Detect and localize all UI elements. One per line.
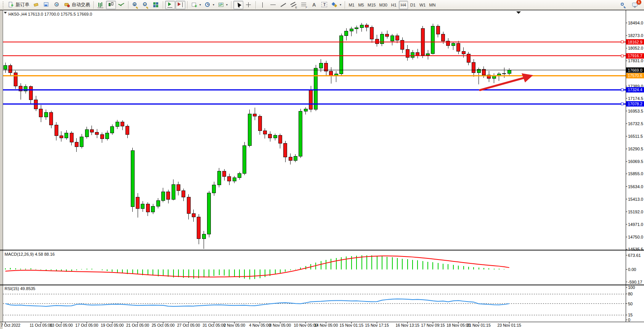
tf-m30-button[interactable]: M30 bbox=[377, 1, 389, 9]
candle-body bbox=[217, 171, 221, 185]
candle-body bbox=[416, 52, 419, 56]
line-endpoint-marker[interactable] bbox=[621, 41, 623, 43]
periods-button[interactable]: ▾ bbox=[203, 1, 216, 9]
dropdown-caret-icon[interactable]: ▾ bbox=[213, 3, 214, 6]
signals-button[interactable] bbox=[52, 1, 62, 9]
candle-body bbox=[223, 171, 226, 176]
tf-mn-button[interactable]: MN bbox=[427, 1, 437, 9]
candle-body bbox=[19, 86, 22, 91]
shapes-button[interactable]: ▾ bbox=[330, 1, 343, 9]
candle-body bbox=[207, 193, 211, 234]
candle-body bbox=[284, 143, 287, 157]
dropdown-caret-icon[interactable]: ▾ bbox=[340, 3, 341, 6]
line-endpoint-marker[interactable] bbox=[621, 103, 623, 105]
zoom-in-icon bbox=[132, 2, 139, 8]
candle-body bbox=[228, 176, 231, 181]
candle-body bbox=[268, 134, 272, 138]
dropdown-caret-icon[interactable]: ▾ bbox=[226, 3, 228, 6]
toolbar-separator bbox=[128, 1, 128, 9]
time-tick-label: 11 Oct 05:00 bbox=[30, 323, 53, 327]
trendline-icon bbox=[280, 2, 287, 8]
candle-chart-button[interactable] bbox=[106, 1, 116, 9]
timeframe-label: D1 bbox=[410, 3, 416, 7]
zoom-out-button[interactable] bbox=[141, 1, 151, 9]
tf-h1-button[interactable]: H1 bbox=[389, 1, 398, 9]
shapes-icon bbox=[331, 2, 338, 8]
auto-scroll-button[interactable] bbox=[165, 1, 175, 9]
candle-body bbox=[253, 114, 257, 116]
channel-button[interactable] bbox=[289, 1, 299, 9]
chat-button[interactable]: 1 bbox=[630, 1, 640, 9]
candle-body bbox=[263, 131, 267, 134]
candle-body bbox=[80, 137, 84, 147]
tf-m15-button[interactable]: M15 bbox=[366, 1, 377, 9]
new-chart-button[interactable] bbox=[42, 1, 51, 9]
chart-shift-marker[interactable] bbox=[516, 11, 521, 14]
toolbar-separator bbox=[93, 1, 94, 9]
hline-button[interactable] bbox=[268, 1, 278, 9]
candle-body bbox=[345, 31, 348, 36]
tile-windows-button[interactable] bbox=[151, 1, 161, 9]
tf-m1-button[interactable]: M1 bbox=[347, 1, 356, 9]
candle-body bbox=[436, 26, 440, 34]
toolbar-separator bbox=[255, 1, 256, 9]
zoom-in-button[interactable] bbox=[130, 1, 140, 9]
label-button[interactable] bbox=[320, 1, 329, 9]
candle-body bbox=[370, 27, 374, 39]
templates-button[interactable]: ▾ bbox=[216, 1, 229, 9]
line-endpoint-marker[interactable] bbox=[621, 89, 623, 91]
macd-signal-line bbox=[5, 256, 509, 277]
macd-indicator-values: 4.58 88.16 bbox=[35, 252, 55, 256]
trend-arrow[interactable] bbox=[480, 77, 525, 90]
search-button[interactable] bbox=[618, 1, 628, 9]
trend-arrow-head[interactable] bbox=[522, 73, 533, 82]
fibo-button[interactable] bbox=[299, 1, 309, 9]
bar-chart-button[interactable] bbox=[96, 1, 106, 9]
rsi-indicator-name: RSI(15) bbox=[5, 286, 19, 291]
indicators-button[interactable]: ▾ bbox=[190, 1, 202, 9]
styler-button[interactable] bbox=[31, 1, 41, 9]
candle-body bbox=[212, 185, 216, 193]
tf-h4-button[interactable]: H4 bbox=[399, 1, 408, 9]
time-tick-label: 17 Nov 09:15 bbox=[421, 323, 445, 327]
auto-trading-button[interactable]: 自动交易 bbox=[62, 1, 92, 9]
tf-d1-button[interactable]: D1 bbox=[408, 1, 418, 9]
line-endpoint-marker[interactable] bbox=[621, 55, 623, 57]
templates-icon bbox=[218, 2, 225, 8]
chart-shift-button[interactable] bbox=[175, 1, 185, 9]
time-tick-label: 14 Nov 05:00 bbox=[314, 323, 338, 327]
candle-body bbox=[75, 142, 78, 147]
price-badge-label: 17570.6 bbox=[628, 73, 642, 78]
new-order-button[interactable]: 新订单 bbox=[6, 1, 31, 9]
trendline-button[interactable] bbox=[278, 1, 288, 9]
symbol-dropdown-icon[interactable] bbox=[4, 12, 7, 15]
line-chart-button[interactable] bbox=[116, 1, 126, 9]
rsi-indicator-value: 49.8535 bbox=[20, 286, 35, 291]
text-button[interactable] bbox=[309, 1, 319, 9]
price-tick-label: 18494.0 bbox=[628, 21, 643, 25]
tf-m5-button[interactable]: M5 bbox=[357, 1, 366, 9]
candle-body bbox=[55, 125, 58, 135]
candle-body bbox=[462, 51, 465, 54]
price-badge-label: 18162.9 bbox=[628, 40, 642, 44]
candle-body bbox=[100, 135, 104, 139]
price-tick-label: 18052.0 bbox=[628, 46, 643, 50]
candle-body bbox=[167, 192, 170, 199]
candle-body bbox=[95, 132, 99, 135]
dropdown-caret-icon[interactable]: ▾ bbox=[199, 3, 201, 6]
time-tick-label: 23 Nov 01:15 bbox=[497, 323, 521, 327]
candle-body bbox=[395, 36, 399, 40]
chart-canvas[interactable]: 18494.018273.018052.017831.017389.017174… bbox=[0, 10, 644, 329]
zoom-out-icon bbox=[142, 2, 149, 8]
crosshair-button[interactable] bbox=[244, 1, 254, 9]
toolbar-separator bbox=[163, 1, 163, 9]
tf-w1-button[interactable]: W1 bbox=[418, 1, 427, 9]
price-tick-label: 16290.5 bbox=[628, 147, 643, 151]
chart-window[interactable]: 18494.018273.018052.017831.017389.017174… bbox=[0, 10, 644, 329]
candle-body bbox=[294, 156, 297, 160]
cursor-button[interactable] bbox=[233, 1, 243, 9]
text-icon bbox=[311, 2, 318, 8]
rsi-tick-label: 80 bbox=[628, 292, 633, 296]
vline-button[interactable] bbox=[258, 1, 268, 9]
candle-body bbox=[258, 116, 262, 131]
